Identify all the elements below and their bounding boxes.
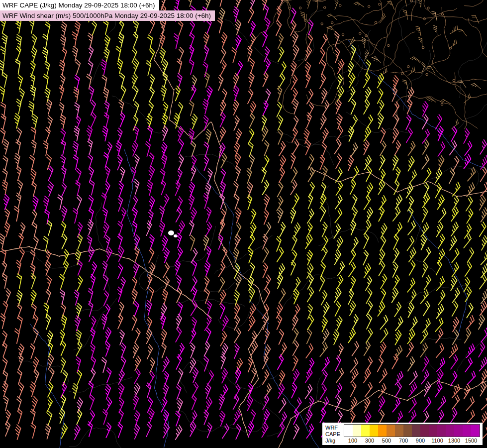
legend-tick-label: 1100 (431, 438, 443, 444)
legend-title-line: WRF (325, 425, 340, 431)
legend-swatch (353, 425, 361, 437)
legend-tick-label: 1500 (465, 438, 477, 444)
legend-title: WRF CAPE J/kg (325, 424, 344, 444)
legend-tick-label: 300 (365, 438, 374, 444)
legend-swatch (344, 425, 353, 437)
legend-swatch (471, 425, 480, 437)
legend-swatch (454, 425, 463, 437)
legend-swatch (395, 425, 403, 437)
legend-title-line: J/kg (325, 438, 340, 444)
legend-tick-label: 700 (399, 438, 408, 444)
title-wind-shear: WRF Wind shear (m/s) 500/1000hPa Monday … (0, 10, 215, 21)
legend-swatch (446, 425, 454, 437)
legend-tick-row: 100300500700900110013001500 (344, 437, 480, 444)
legend-color-bar (344, 424, 480, 437)
title-cape: WRF CAPE (J/kg) Monday 29-09-2025 18:00 … (0, 0, 159, 10)
legend-tick-label: 500 (382, 438, 391, 444)
legend-tick-label: 900 (416, 438, 425, 444)
legend-swatch (420, 425, 429, 437)
legend-scale: 100300500700900110013001500 (344, 424, 480, 444)
legend-swatch (370, 425, 378, 437)
wind-barb-map-canvas (0, 0, 487, 448)
legend-swatch (387, 425, 395, 437)
cape-legend: WRF CAPE J/kg 10030050070090011001300150… (322, 423, 483, 445)
legend-swatch (429, 425, 437, 437)
legend-swatch (361, 425, 370, 437)
legend-title-line: CAPE (325, 431, 340, 438)
legend-tick-label: 1300 (448, 438, 460, 444)
legend-swatch (412, 425, 420, 437)
legend-tick-label: 100 (348, 438, 357, 444)
map-title-block: WRF CAPE (J/kg) Monday 29-09-2025 18:00 … (0, 0, 215, 21)
wrf-weather-map: WRF CAPE (J/kg) Monday 29-09-2025 18:00 … (0, 0, 487, 448)
legend-swatch (437, 425, 446, 437)
legend-swatch (378, 425, 387, 437)
legend-swatch (403, 425, 412, 437)
legend-swatch (463, 425, 471, 437)
